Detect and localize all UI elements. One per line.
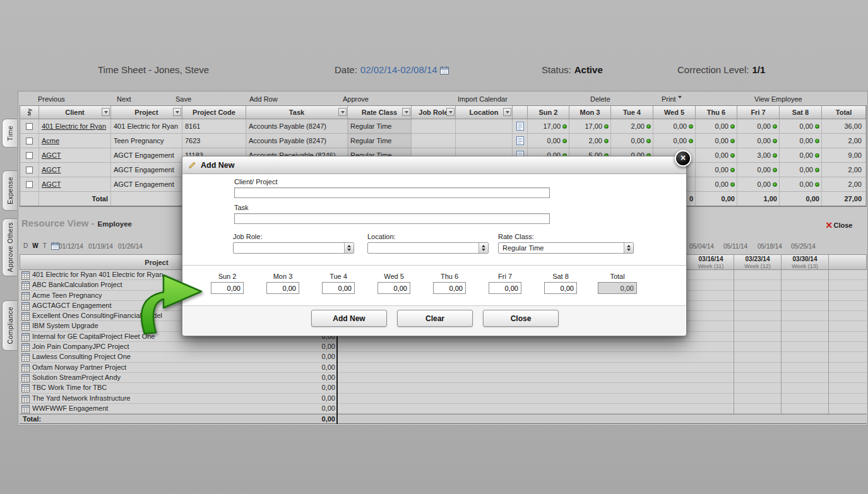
column-header-client[interactable]: Client	[39, 106, 111, 119]
column-header-thu-6[interactable]: Thu 6	[696, 106, 737, 119]
resource-row[interactable]: WWFWWF Engagement0,00	[20, 404, 867, 414]
column-header-job-role[interactable]: Job Role	[412, 106, 456, 119]
resource-row[interactable]: TBC Work Time for TBC0,00	[20, 383, 867, 393]
filter-dropdown-icon[interactable]	[503, 108, 511, 116]
dialog-day-input-sat-8[interactable]	[544, 282, 577, 294]
side-tab-compliance[interactable]: Compliance	[2, 300, 17, 351]
dialog-day-input-mon-3[interactable]	[266, 282, 299, 294]
week-link-05-11-14[interactable]: 05/11/14	[723, 243, 747, 250]
column-header-location[interactable]: Location	[456, 106, 513, 119]
row-checkbox[interactable]	[26, 138, 33, 144]
day-cell-thu-6[interactable]: 0,00	[696, 148, 737, 162]
day-cell-sun-2[interactable]: 17,00	[528, 119, 569, 133]
column-header-mon-3[interactable]: Mon 3	[569, 106, 611, 119]
day-cell-mon-3[interactable]: 2,00	[569, 134, 611, 148]
dialog-day-input-wed-5[interactable]	[378, 282, 410, 294]
date-value[interactable]: 02/02/14-02/08/14	[360, 64, 437, 75]
resource-view-close-button[interactable]: × Close	[826, 221, 852, 230]
job-role-cell[interactable]	[412, 134, 456, 148]
client-link[interactable]: AGCT	[42, 180, 61, 188]
dialog-close-footer-button[interactable]: Close	[483, 310, 559, 327]
toolbar-print[interactable]: Print	[662, 95, 682, 103]
day-cell-thu-6[interactable]: 0,00	[696, 177, 737, 191]
toolbar-previous[interactable]: Previous	[38, 95, 65, 103]
client-link[interactable]: AGCT	[42, 151, 61, 159]
column-header-fri-7[interactable]: Fri 7	[737, 106, 780, 119]
dialog-day-input-fri-7[interactable]	[489, 282, 521, 294]
week-link-01-26-14[interactable]: 01/26/14	[118, 243, 143, 250]
day-cell-wed-5[interactable]: 0,00	[653, 119, 696, 133]
column-header-sun-2[interactable]: Sun 2	[528, 106, 569, 119]
column-header-sat-8[interactable]: Sat 8	[780, 106, 822, 119]
day-cell-sat-8[interactable]: 0,00	[780, 119, 822, 133]
week-column-header[interactable]: 03/16/14Week (11)	[687, 256, 734, 269]
day-cell-sun-2[interactable]: 0,00	[528, 134, 569, 148]
week-link-05-18-14[interactable]: 05/18/14	[758, 243, 782, 250]
calendar-icon[interactable]	[440, 66, 449, 74]
column-header-task[interactable]: Task	[246, 106, 348, 119]
row-checkbox[interactable]	[26, 167, 33, 173]
day-cell-tue-4[interactable]: 0,00	[611, 134, 653, 148]
filter-dropdown-icon[interactable]	[446, 108, 455, 116]
week-column-header[interactable]: 03/30/14Week (13)	[782, 256, 828, 269]
filter-dropdown-icon[interactable]	[338, 108, 347, 116]
day-cell-wed-5[interactable]: 0,00	[653, 134, 696, 148]
day-cell-mon-3[interactable]: 17,00	[569, 119, 611, 133]
row-checkbox[interactable]	[26, 123, 33, 130]
row-checkbox[interactable]	[26, 152, 33, 159]
day-cell-fri-7[interactable]: 3,00	[737, 148, 780, 162]
filter-dropdown-icon[interactable]	[173, 108, 181, 116]
dialog-close-button[interactable]: ×	[675, 150, 691, 167]
toolbar-delete[interactable]: Delete	[590, 95, 610, 103]
toolbar-add-row[interactable]: Add Row	[249, 95, 278, 103]
client-project-input[interactable]	[234, 187, 550, 198]
note-icon[interactable]	[516, 121, 525, 131]
resource-row[interactable]: Join Pain CompanyJPC Project0,00	[20, 342, 867, 352]
week-link-05-25-14[interactable]: 05/25/14	[791, 243, 816, 250]
column-header-tue-4[interactable]: Tue 4	[611, 106, 653, 119]
task-cell[interactable]: Accounts Payable (8247)	[246, 134, 348, 148]
column-header-total[interactable]: Total	[822, 106, 866, 119]
week-link-05-04-14[interactable]: 05/04/14	[689, 243, 714, 250]
rate-class-cell[interactable]: Regular Time	[348, 134, 412, 148]
side-tab-approve-others[interactable]: Approve Others	[2, 218, 17, 276]
day-cell-fri-7[interactable]: 0,00	[737, 163, 780, 177]
day-cell-tue-4[interactable]: 2,00	[611, 119, 653, 133]
day-cell-fri-7[interactable]: 0,00	[737, 177, 780, 191]
day-cell-sat-8[interactable]: 0,00	[780, 163, 822, 177]
day-cell-thu-6[interactable]: 0,00	[696, 119, 737, 133]
day-cell-thu-6[interactable]: 0,00	[696, 163, 737, 177]
rate-class-select[interactable]: Regular Time	[498, 242, 634, 254]
column-header-rate-class[interactable]: Rate Class	[348, 106, 412, 119]
day-cell-sat-8[interactable]: 0,00	[780, 177, 822, 191]
day-cell-fri-7[interactable]: 0,00	[737, 134, 780, 148]
toolbar-import-calendar[interactable]: Import Calendar	[458, 95, 508, 103]
week-column-header[interactable]: 03/23/14Week (12)	[734, 256, 781, 269]
week-link-01-12-14[interactable]: 01/12/14	[59, 243, 83, 250]
client-link[interactable]: Acme	[42, 137, 59, 144]
job-role-select[interactable]	[233, 242, 354, 254]
toolbar-save[interactable]: Save	[175, 95, 191, 103]
dialog-day-input-sun-2[interactable]	[211, 282, 244, 294]
column-header-wed-5[interactable]: Wed 5	[653, 106, 696, 119]
week-link-01-19-14[interactable]: 01/19/14	[88, 243, 113, 250]
location-cell[interactable]	[456, 134, 513, 148]
resource-row[interactable]: Oxfam Norway Partner Project0,00	[20, 363, 867, 373]
filter-dropdown-icon[interactable]	[102, 108, 110, 116]
dialog-clear-button[interactable]: Clear	[397, 310, 473, 327]
resource-row[interactable]: Solution StreamProject Andy0,00	[20, 373, 867, 383]
toolbar-view-employee[interactable]: View Employee	[754, 95, 802, 103]
dialog-day-input-tue-4[interactable]	[322, 282, 355, 294]
resource-row[interactable]: The Yard Network Infrastructure0,00	[20, 394, 867, 404]
toolbar-approve[interactable]: Approve	[343, 95, 369, 103]
column-header-project[interactable]: Project	[111, 106, 182, 119]
day-cell-fri-7[interactable]: 0,00	[737, 119, 780, 133]
toolbar-next[interactable]: Next	[117, 95, 131, 103]
resource-row[interactable]: Lawless Consulting Project One0,00	[20, 352, 867, 362]
location-cell[interactable]	[456, 119, 513, 133]
filter-dropdown-icon[interactable]	[402, 108, 410, 116]
client-link[interactable]: 401 Electric for Ryan	[42, 122, 106, 130]
side-tab-time[interactable]: Time	[2, 119, 17, 148]
dialog-day-input-thu-6[interactable]	[433, 282, 466, 294]
row-checkbox[interactable]	[26, 181, 33, 188]
